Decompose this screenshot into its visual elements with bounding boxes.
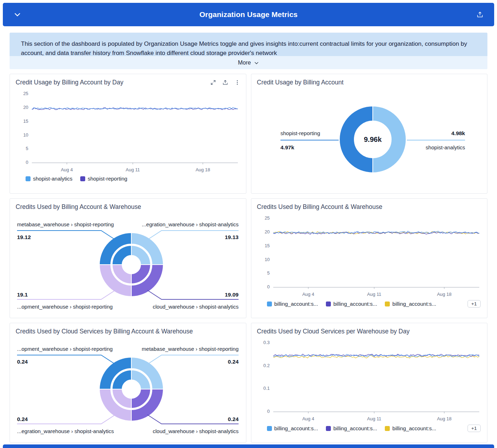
svg-text:4.98k: 4.98k [451, 130, 465, 136]
panel-credits-by-warehouse-timeseries: Credits Used by Billing Account & Wareho… [251, 198, 488, 318]
legend-label: billing_account:s... [333, 425, 377, 431]
svg-text:0.24: 0.24 [17, 359, 28, 365]
svg-text:0.3: 0.3 [263, 340, 270, 345]
cloud-services-line-chart[interactable]: 00.10.20.3Aug 4Aug 11Aug 18 [256, 337, 482, 424]
svg-text:10: 10 [23, 132, 28, 138]
legend-label: billing_account:s... [333, 301, 377, 307]
svg-text:...opment_warehouse › shopist-: ...opment_warehouse › shopist-reporting [17, 346, 113, 352]
svg-text:25: 25 [23, 91, 28, 96]
svg-text:0: 0 [267, 284, 269, 289]
export-icon [476, 11, 484, 18]
svg-text:15: 15 [264, 243, 269, 248]
panel-credit-usage-by-account: Credit Usage by Billing Account 4.98ksho… [251, 74, 488, 194]
svg-text:metabase_warehouse › shopist-r: metabase_warehouse › shopist-reporting [17, 221, 114, 227]
credits-by-warehouse-line-chart[interactable]: 0510152025Aug 4Aug 11Aug 18 [256, 213, 482, 299]
svg-text:...egration_warehouse › shopis: ...egration_warehouse › shopist-analytic… [17, 428, 114, 434]
panel-title: Credits Used by Billing Account & Wareho… [257, 203, 382, 211]
svg-text:0: 0 [267, 409, 269, 414]
svg-text:9.96k: 9.96k [364, 135, 382, 143]
chart-legend: shopist-analyticsshopist-reporting [10, 175, 246, 182]
svg-text:Aug 18: Aug 18 [196, 167, 210, 172]
panel-actions [210, 79, 240, 85]
share-section-button[interactable] [475, 10, 485, 20]
svg-text:cloud_warehouse › shopist-anal: cloud_warehouse › shopist-analytics [153, 428, 239, 434]
panel-cloud-services-per-warehouse: Credits Used by Cloud Services per Wareh… [251, 323, 488, 443]
svg-text:Aug 18: Aug 18 [437, 416, 452, 421]
expand-icon[interactable] [210, 79, 216, 85]
credits-by-warehouse-sunburst-chart[interactable]: metabase_warehouse › shopist-reporting19… [14, 211, 241, 315]
svg-text:19.12: 19.12 [17, 234, 31, 240]
legend-more-button[interactable]: +1 [468, 300, 481, 308]
legend-more-button[interactable]: +1 [468, 425, 481, 432]
section-title: Organization Usage Metrics [200, 10, 298, 19]
legend-swatch-icon [385, 302, 390, 306]
panel-title: Credits Used by Cloud Services by Billin… [16, 328, 193, 335]
svg-text:Aug 4: Aug 4 [302, 292, 314, 297]
chart-legend: billing_account:s...billing_account:s...… [251, 424, 487, 432]
section-content: This section of the dashboard is populat… [0, 33, 497, 443]
legend-item[interactable]: billing_account:s... [385, 425, 436, 431]
collapse-section-button[interactable] [12, 9, 23, 20]
legend-item[interactable]: billing_account:s... [326, 425, 377, 431]
credit-usage-donut-chart[interactable]: 4.98kshopist-analyticsshopist-reporting4… [256, 87, 483, 189]
legend-label: billing_account:s... [274, 425, 318, 431]
legend-item[interactable]: billing_account:s... [385, 301, 436, 307]
legend-item[interactable]: billing_account:s... [326, 301, 377, 307]
section-header: Organization Usage Metrics [3, 3, 494, 26]
svg-text:0.2: 0.2 [263, 363, 270, 368]
panel-header: Credits Used by Billing Account & Wareho… [10, 199, 246, 211]
credit-usage-by-day-line-chart[interactable]: 0510152025Aug 4Aug 11Aug 18 [15, 88, 241, 175]
svg-text:Aug 11: Aug 11 [367, 416, 381, 421]
svg-text:shopist-analytics: shopist-analytics [426, 144, 465, 150]
svg-text:Aug 4: Aug 4 [61, 167, 73, 172]
legend-swatch-icon [267, 302, 272, 306]
dashboard-page: Organization Usage Metrics This section … [0, 3, 497, 448]
legend-swatch-icon [385, 426, 390, 431]
svg-text:0.24: 0.24 [228, 359, 239, 365]
svg-text:15: 15 [23, 118, 28, 124]
panel-header: Credits Used by Billing Account & Wareho… [251, 199, 487, 211]
legend-item[interactable]: billing_account:s... [267, 425, 318, 431]
svg-text:20: 20 [264, 229, 269, 234]
legend-label: shopist-analytics [33, 176, 72, 182]
legend-swatch-icon [80, 176, 85, 181]
legend-label: billing_account:s... [274, 301, 318, 307]
panel-header: Credits Used by Cloud Services by Billin… [10, 323, 246, 336]
export-icon[interactable] [222, 79, 228, 85]
more-button[interactable]: More [10, 56, 487, 69]
legend-item[interactable]: billing_account:s... [267, 301, 318, 307]
panel-title: Credits Used by Cloud Services per Wareh… [257, 328, 410, 335]
info-banner-text: This section of the dashboard is populat… [21, 39, 476, 56]
next-section-header[interactable] [3, 444, 494, 448]
panel-credits-by-warehouse-sunburst: Credits Used by Billing Account & Wareho… [10, 198, 246, 318]
chevron-down-icon [254, 60, 259, 66]
svg-text:shopist-reporting: shopist-reporting [280, 130, 320, 136]
svg-text:0: 0 [26, 160, 28, 165]
legend-swatch-icon [326, 302, 331, 306]
svg-text:4.97k: 4.97k [280, 144, 294, 150]
panel-header: Credit Usage by Billing Account [251, 74, 487, 87]
more-label: More [238, 60, 251, 66]
chevron-down-icon [13, 11, 21, 18]
svg-text:5: 5 [26, 146, 28, 151]
cloud-services-sunburst-chart[interactable]: ...opment_warehouse › shopist-reporting0… [14, 336, 241, 439]
svg-text:19.13: 19.13 [225, 234, 239, 240]
svg-text:Aug 4: Aug 4 [302, 416, 314, 421]
legend-swatch-icon [267, 426, 272, 431]
svg-text:0.1: 0.1 [263, 386, 270, 391]
svg-text:20: 20 [23, 105, 28, 110]
legend-item[interactable]: shopist-reporting [80, 176, 127, 182]
svg-text:5: 5 [267, 270, 269, 276]
panel-grid: Credit Usage by Billing Account by Day [10, 74, 487, 443]
svg-text:0.24: 0.24 [17, 416, 28, 422]
legend-label: billing_account:s... [392, 425, 436, 431]
panel-title: Credits Used by Billing Account & Wareho… [16, 203, 141, 211]
info-banner: This section of the dashboard is populat… [10, 33, 487, 56]
legend-item[interactable]: shopist-analytics [26, 176, 72, 182]
legend-label: billing_account:s... [392, 301, 436, 307]
panel-title: Credit Usage by Billing Account by Day [16, 79, 123, 86]
chart-legend: billing_account:s...billing_account:s...… [251, 299, 487, 308]
kebab-menu-icon[interactable] [234, 79, 240, 85]
legend-swatch-icon [26, 176, 31, 181]
panel-credit-usage-by-day: Credit Usage by Billing Account by Day [10, 74, 246, 194]
